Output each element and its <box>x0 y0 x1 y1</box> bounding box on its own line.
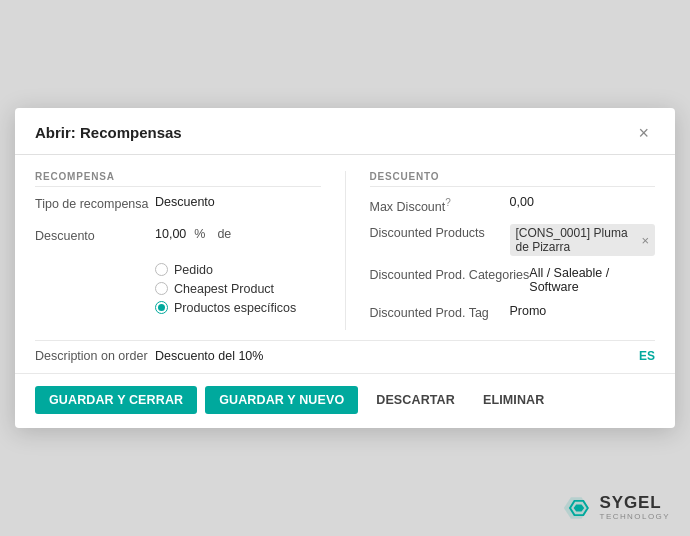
radio-pedido-label: Pedido <box>174 263 213 277</box>
tipo-recompensa-value: Descuento <box>155 195 321 209</box>
modal-overlay: Abrir: Recompensas × RECOMPENSA Tipo de … <box>0 0 690 536</box>
discard-button[interactable]: DESCARTAR <box>366 386 465 414</box>
field-discounted-tag: Discounted Prod. Tag Promo <box>370 304 656 320</box>
product-chip: [CONS_0001] Pluma de Pizarra × <box>510 224 656 256</box>
modal-body: RECOMPENSA Tipo de recompensa Descuento … <box>15 155 675 373</box>
modal-footer: GUARDAR Y CERRAR GUARDAR Y NUEVO DESCART… <box>15 373 675 428</box>
modal-dialog: Abrir: Recompensas × RECOMPENSA Tipo de … <box>15 108 675 428</box>
radio-pedido-circle <box>155 263 168 276</box>
discount-pct: % <box>194 227 205 241</box>
radio-especificos-circle <box>155 301 168 314</box>
modal-header: Abrir: Recompensas × <box>15 108 675 155</box>
chip-text: [CONS_0001] Pluma de Pizarra <box>516 226 638 254</box>
save-new-button[interactable]: GUARDAR Y NUEVO <box>205 386 358 414</box>
delete-button[interactable]: ELIMINAR <box>473 386 554 414</box>
discounted-categories-label: Discounted Prod. Categories <box>370 266 530 282</box>
discounted-tag-label: Discounted Prod. Tag <box>370 304 510 320</box>
discount-row: 10,00 % de <box>155 227 231 241</box>
logo-text: SYGEL TECHNOLOGY <box>600 494 670 521</box>
description-label: Description on order <box>35 349 155 363</box>
discount-de: de <box>217 227 231 241</box>
radio-especificos-label: Productos específicos <box>174 301 296 315</box>
chip-close-icon[interactable]: × <box>641 234 649 247</box>
description-row: Description on order ES <box>35 340 655 363</box>
max-discount-value: 0,00 <box>510 195 656 209</box>
radio-cheapest[interactable]: Cheapest Product <box>155 282 296 296</box>
discount-amount: 10,00 <box>155 227 186 241</box>
description-lang: ES <box>639 349 655 363</box>
logo-area: SYGEL TECHNOLOGY <box>562 492 670 524</box>
right-column: DESCUENTO Max Discount? 0,00 Discounted … <box>346 171 656 330</box>
discounted-products-chip-container: [CONS_0001] Pluma de Pizarra × <box>510 224 656 256</box>
left-column: RECOMPENSA Tipo de recompensa Descuento … <box>35 171 346 330</box>
modal-title: Abrir: Recompensas <box>35 124 182 141</box>
discounted-tag-value: Promo <box>510 304 656 318</box>
sygel-logo-icon <box>562 492 594 524</box>
tipo-recompensa-label: Tipo de recompensa <box>35 195 155 211</box>
save-close-button[interactable]: GUARDAR Y CERRAR <box>35 386 197 414</box>
radio-cheapest-circle <box>155 282 168 295</box>
discounted-products-label: Discounted Products <box>370 224 510 240</box>
description-input[interactable] <box>155 349 631 363</box>
field-descuento: Descuento 10,00 % de <box>35 227 321 251</box>
field-discounted-categories: Discounted Prod. Categories All / Saleab… <box>370 266 656 294</box>
logo-name: SYGEL <box>600 494 670 513</box>
field-max-discount: Max Discount? 0,00 <box>370 195 656 214</box>
max-discount-label-text: Max Discount <box>370 200 446 214</box>
max-discount-label: Max Discount? <box>370 195 510 214</box>
radio-especificos[interactable]: Productos específicos <box>155 301 296 315</box>
left-section-label: RECOMPENSA <box>35 171 321 187</box>
radio-options: Pedido Cheapest Product Productos especí… <box>155 263 296 315</box>
close-button[interactable]: × <box>632 122 655 144</box>
field-discounted-products: Discounted Products [CONS_0001] Pluma de… <box>370 224 656 256</box>
right-section-label: DESCUENTO <box>370 171 656 187</box>
field-tipo-recompensa: Tipo de recompensa Descuento <box>35 195 321 219</box>
field-radio-group: Pedido Cheapest Product Productos especí… <box>155 259 321 315</box>
radio-pedido[interactable]: Pedido <box>155 263 296 277</box>
radio-cheapest-label: Cheapest Product <box>174 282 274 296</box>
logo-sub: TECHNOLOGY <box>600 513 670 522</box>
discounted-categories-value: All / Saleable / Software <box>529 266 655 294</box>
max-discount-superscript: ? <box>445 197 451 208</box>
descuento-label: Descuento <box>35 227 155 243</box>
columns-layout: RECOMPENSA Tipo de recompensa Descuento … <box>35 171 655 330</box>
